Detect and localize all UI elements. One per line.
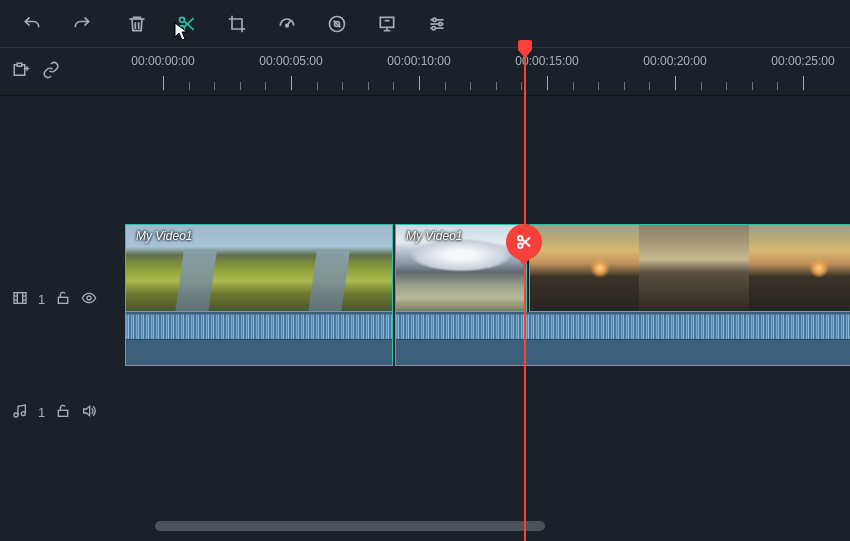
speedometer-icon [277,14,297,34]
undo-icon [22,14,42,34]
add-marker-button[interactable] [12,61,30,83]
svg-rect-18 [17,63,22,66]
split-button[interactable] [162,4,212,44]
color-tuning-icon [327,14,347,34]
crop-button[interactable] [212,4,262,44]
timeline-ruler-row: 00:00:00:0000:00:05:0000:00:10:0000:00:1… [0,48,850,96]
video-clip[interactable]: My Video1 [125,224,393,312]
svg-point-29 [87,296,91,300]
clip-label: My Video1 [406,229,462,243]
unlock-icon [55,403,71,419]
link-button[interactable] [42,61,60,83]
ruler-timestamp: 00:00:20:00 [643,54,706,68]
filmstrip-icon [12,290,28,306]
playhead-icon [518,40,532,58]
ruler-gutter [0,48,125,95]
ruler-timestamp: 00:00:05:00 [259,54,322,68]
svg-point-5 [286,24,289,27]
trash-icon [127,14,147,34]
audio-waveform[interactable] [395,312,850,366]
svg-point-16 [432,26,435,29]
link-icon [42,61,60,79]
undo-button[interactable] [12,4,52,44]
video-track-header: 1 [0,224,125,374]
sliders-icon [427,14,447,34]
video-track-lane[interactable]: My Video1My Video1 [125,224,850,374]
video-clip[interactable] [529,224,850,312]
ruler-timestamp: 00:00:00:00 [131,54,194,68]
scissors-icon [177,14,197,34]
clip-thumbnail [749,225,850,311]
audio-track-lane[interactable] [125,382,850,442]
svg-marker-33 [84,406,90,415]
clip-thumbnail [639,225,748,311]
scissors-icon [515,233,533,251]
clip-thumbnail [259,225,392,311]
svg-rect-32 [59,410,68,416]
svg-point-31 [21,411,25,415]
empty-track-space [0,96,850,224]
redo-icon [72,14,92,34]
playhead-handle[interactable] [518,40,532,58]
split-marker-button[interactable] [506,224,542,266]
speaker-icon [81,403,97,419]
svg-rect-28 [59,297,68,303]
add-marker-icon [12,61,30,79]
svg-rect-21 [14,292,26,303]
music-note-icon [12,403,28,419]
audio-track-row: 1 [0,382,850,442]
svg-point-14 [433,18,436,21]
color-button[interactable] [312,4,362,44]
video-track-lock-button[interactable] [55,290,71,309]
video-track-row: 1 My Video1My Video1 [0,224,850,374]
unlock-icon [55,290,71,306]
speed-button[interactable] [262,4,312,44]
redo-button[interactable] [62,4,102,44]
screen-icon [377,14,397,34]
editor-toolbar [0,0,850,48]
audio-track-index: 1 [38,405,45,420]
svg-point-15 [439,22,442,25]
audio-track-lock-button[interactable] [55,403,71,422]
ruler-timestamp: 00:00:25:00 [771,54,834,68]
timeline-tracks: 1 My Video1My Video1 1 [0,96,850,541]
audio-track-mute-button[interactable] [81,403,97,422]
eye-icon [81,290,97,306]
greenscreen-button[interactable] [362,4,412,44]
clip-thumbnail [530,225,639,311]
timeline-ruler[interactable]: 00:00:00:0000:00:05:0000:00:10:0000:00:1… [125,48,850,95]
audio-waveform[interactable] [125,312,393,366]
svg-rect-8 [380,17,393,27]
svg-point-30 [14,413,18,417]
video-track-visibility-button[interactable] [81,290,97,309]
adjust-button[interactable] [412,4,462,44]
horizontal-scrollbar-track[interactable] [125,521,850,533]
audio-track-header: 1 [0,382,125,442]
audio-track-icon [12,403,28,422]
video-track-index: 1 [38,292,45,307]
video-track-icon [12,290,28,309]
clip-label: My Video1 [136,229,192,243]
crop-icon [227,14,247,34]
ruler-timestamp: 00:00:10:00 [387,54,450,68]
delete-button[interactable] [112,4,162,44]
horizontal-scrollbar-thumb[interactable] [155,521,545,531]
